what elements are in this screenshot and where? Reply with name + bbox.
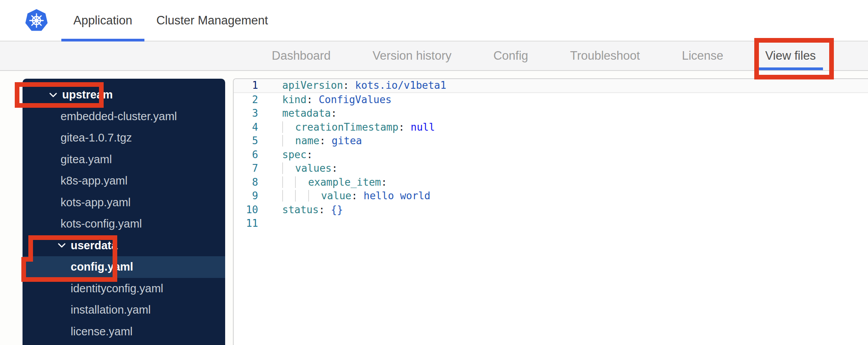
- tree-item-label: gitea-1.0.7.tgz: [61, 131, 132, 144]
- tree-item-label: upstream: [62, 88, 113, 101]
- subnav-tab-troubleshoot[interactable]: Troubleshoot: [570, 41, 640, 70]
- chevron-down-icon: [57, 243, 66, 248]
- code-line-9: 9 value: hello world: [234, 189, 868, 203]
- line-number: 4: [234, 121, 274, 135]
- code-text: example_item:: [282, 176, 387, 190]
- tree-file-license-yaml[interactable]: license.yaml: [23, 321, 225, 343]
- tree-item-label: embedded-cluster.yaml: [61, 110, 177, 123]
- topbar-tabs: ApplicationCluster Management: [61, 0, 280, 41]
- line-number: 11: [234, 217, 274, 231]
- code-line-1: 1apiVersion: kots.io/v1beta1: [234, 79, 868, 93]
- code-line-10: 10status: {}: [234, 203, 868, 217]
- tree-item-label: userdata: [71, 239, 118, 252]
- line-number: 5: [234, 134, 274, 148]
- subnav-tab-dashboard[interactable]: Dashboard: [272, 41, 331, 70]
- chevron-down-icon: [49, 92, 57, 98]
- tree-file-installation-yaml[interactable]: installation.yaml: [23, 299, 225, 321]
- tree-file-gitea-1-0-7-tgz[interactable]: gitea-1.0.7.tgz: [23, 127, 225, 149]
- topbar: ApplicationCluster Management: [0, 0, 868, 41]
- tree-item-label: kots-app.yaml: [61, 196, 131, 209]
- code-text: status: {}: [282, 203, 343, 217]
- tree-file-kots-config-yaml[interactable]: kots-config.yaml: [23, 213, 225, 235]
- tree-item-label: gitea.yaml: [61, 153, 112, 166]
- line-number: 7: [234, 162, 274, 176]
- line-number: 2: [234, 93, 274, 107]
- subnav-tab-view-files[interactable]: View files: [765, 41, 816, 70]
- kubernetes-logo-icon[interactable]: [24, 0, 49, 41]
- tree-item-label: k8s-app.yaml: [61, 174, 127, 187]
- line-number: 9: [234, 189, 274, 203]
- tree-item-label: kots-config.yaml: [61, 217, 142, 230]
- app-subnav: DashboardVersion historyConfigTroublesho…: [0, 41, 868, 71]
- code-line-2: 2kind: ConfigValues: [234, 93, 868, 107]
- tree-file-gitea-yaml[interactable]: gitea.yaml: [23, 149, 225, 171]
- tree-item-label: config.yaml: [71, 260, 133, 273]
- kubernetes-logo-svg: [24, 8, 49, 33]
- subnav-tab-config[interactable]: Config: [493, 41, 528, 70]
- code-text: creationTimestamp: null: [282, 121, 435, 135]
- code-text: kind: ConfigValues: [282, 93, 392, 107]
- line-number: 6: [234, 148, 274, 162]
- tree-file-kots-app-yaml[interactable]: kots-app.yaml: [23, 192, 225, 214]
- line-number: 1: [234, 79, 274, 93]
- code-text: metadata:: [282, 107, 337, 121]
- file-content-editor[interactable]: 1apiVersion: kots.io/v1beta12kind: Confi…: [233, 78, 868, 345]
- code-text: apiVersion: kots.io/v1beta1: [282, 79, 446, 93]
- code-text: spec:: [282, 148, 312, 162]
- topbar-tab-cluster-management[interactable]: Cluster Management: [144, 0, 280, 41]
- code-line-11: 11: [234, 217, 868, 231]
- line-number: 8: [234, 176, 274, 190]
- code-line-7: 7 values:: [234, 162, 868, 176]
- line-number: 10: [234, 203, 274, 217]
- code-text: name: gitea: [282, 134, 362, 148]
- topbar-tab-application[interactable]: Application: [61, 0, 144, 41]
- tree-file-config-yaml[interactable]: config.yaml: [23, 256, 225, 278]
- tree-file-k8s-app-yaml[interactable]: k8s-app.yaml: [23, 170, 225, 192]
- code-text: value: hello world: [282, 189, 431, 203]
- tree-folder-userdata[interactable]: userdata: [23, 235, 225, 257]
- chevron-down-icon: [49, 92, 57, 98]
- code-line-6: 6spec:: [234, 148, 868, 162]
- file-tree-sidebar: upstreamembedded-cluster.yamlgitea-1.0.7…: [23, 79, 225, 345]
- subnav-tab-version-history[interactable]: Version history: [373, 41, 451, 70]
- tree-file-embedded-cluster-yaml[interactable]: embedded-cluster.yaml: [23, 106, 225, 128]
- subnav-tab-license[interactable]: License: [682, 41, 723, 70]
- chevron-down-icon: [57, 243, 66, 248]
- code-line-4: 4 creationTimestamp: null: [234, 121, 868, 135]
- code-text: values:: [282, 162, 338, 176]
- tree-file-identityconfig-yaml[interactable]: identityconfig.yaml: [23, 278, 225, 300]
- tree-folder-upstream[interactable]: upstream: [23, 84, 225, 106]
- tree-item-label: identityconfig.yaml: [71, 282, 163, 295]
- code-line-3: 3metadata:: [234, 107, 868, 121]
- code-line-8: 8 example_item:: [234, 176, 868, 190]
- tree-item-label: license.yaml: [71, 325, 133, 338]
- tree-item-label: installation.yaml: [71, 304, 151, 316]
- code-line-5: 5 name: gitea: [234, 134, 868, 148]
- line-number: 3: [234, 107, 274, 121]
- kots-admin-console: { "topbar": { "logo": "kubernetes-logo",…: [0, 0, 868, 345]
